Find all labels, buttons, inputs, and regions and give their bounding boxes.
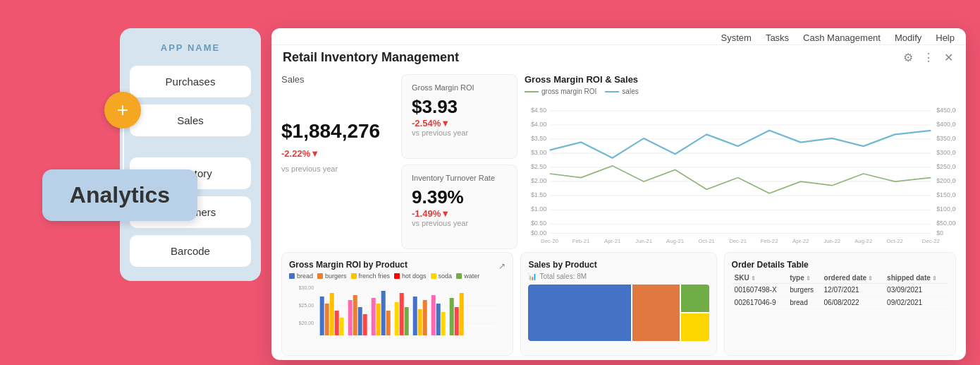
nav-tasks[interactable]: Tasks xyxy=(766,32,789,43)
svg-text:Dec-20: Dec-20 xyxy=(541,238,559,244)
svg-text:$0.50: $0.50 xyxy=(531,220,546,227)
nav-modify[interactable]: Modify xyxy=(895,32,921,43)
svg-rect-70 xyxy=(441,312,446,335)
table-row: 002617046-9 bread 06/08/2022 09/02/2021 xyxy=(732,297,948,309)
svg-text:$400,000: $400,000 xyxy=(936,121,956,128)
legend-sales: sales xyxy=(605,88,638,95)
app-name: APP NAME xyxy=(130,42,251,53)
svg-text:$250,000: $250,000 xyxy=(936,163,956,170)
svg-rect-52 xyxy=(335,311,339,335)
svg-text:$450,000: $450,000 xyxy=(936,107,956,114)
treemap-segment-blue xyxy=(528,285,631,341)
svg-rect-65 xyxy=(413,297,417,335)
col-type: type⇕ xyxy=(787,273,821,284)
chart-legend: gross margin ROI sales xyxy=(525,88,956,95)
sidebar: APP NAME Purchases Sales Inventory Custo… xyxy=(120,28,261,281)
gm-vs: vs previous year xyxy=(412,128,507,137)
gm-change: -2.54%▼ xyxy=(412,118,507,128)
analytics-badge[interactable]: Analytics xyxy=(42,169,197,221)
svg-rect-57 xyxy=(363,314,367,335)
bar-chart-svg: $30.00 $25.00 $20.00 xyxy=(289,282,506,339)
treemap-segment-green xyxy=(681,285,709,312)
expand-button[interactable]: ↗ xyxy=(498,261,506,271)
svg-text:$1.50: $1.50 xyxy=(531,191,546,198)
order-details-table: SKU⇕ type⇕ ordered date⇕ shipped date⇕ 0… xyxy=(732,273,948,309)
svg-rect-71 xyxy=(450,298,454,335)
svg-rect-50 xyxy=(325,304,329,335)
treemap-right-segments xyxy=(681,285,709,341)
window-title: Retail Inventory Management xyxy=(283,50,459,65)
main-window: System Tasks Cash Management Modify Help… xyxy=(271,28,966,360)
bar-chart-title: Gross Margin ROI by Product xyxy=(289,260,408,270)
svg-text:Feb-22: Feb-22 xyxy=(761,238,778,244)
treemap-segment-orange xyxy=(632,285,679,341)
line-chart-area: $4.50 $4.00 $3.50 $3.00 $2.50 $2.00 $1.5… xyxy=(525,98,956,249)
legend-sales-dot xyxy=(605,91,619,92)
line-chart-svg: $4.50 $4.00 $3.50 $3.00 $2.50 $2.00 $1.5… xyxy=(525,98,956,249)
svg-rect-72 xyxy=(455,307,459,335)
svg-text:$3.00: $3.00 xyxy=(531,149,546,156)
svg-rect-49 xyxy=(320,297,324,335)
nav-help[interactable]: Help xyxy=(936,32,955,43)
svg-text:$20.00: $20.00 xyxy=(299,321,314,325)
svg-text:Apr-21: Apr-21 xyxy=(604,238,620,244)
svg-text:$4.50: $4.50 xyxy=(531,107,546,114)
svg-rect-62 xyxy=(395,302,399,335)
svg-text:Aug-22: Aug-22 xyxy=(855,238,872,244)
svg-text:$3.50: $3.50 xyxy=(531,135,546,142)
add-button[interactable]: + xyxy=(104,92,141,128)
svg-text:$30.00: $30.00 xyxy=(299,285,314,290)
svg-text:$0.00: $0.00 xyxy=(531,229,546,237)
svg-text:Feb-21: Feb-21 xyxy=(572,238,590,244)
svg-text:$2.50: $2.50 xyxy=(531,163,546,170)
svg-rect-64 xyxy=(405,307,409,335)
svg-text:$300,000: $300,000 xyxy=(936,149,956,156)
svg-text:$150,000: $150,000 xyxy=(936,191,956,198)
inventory-turnover-card: Inventory Turnover Rate 9.39% -1.49%▼ vs… xyxy=(401,164,517,249)
sales-label: Sales xyxy=(281,74,394,85)
svg-rect-59 xyxy=(376,304,381,335)
settings-icon[interactable]: ⚙ xyxy=(902,49,914,66)
col-ordered: ordered date⇕ xyxy=(821,273,885,284)
svg-rect-66 xyxy=(418,309,422,335)
close-icon[interactable]: ✕ xyxy=(943,49,955,66)
gm-value: $3.93 xyxy=(412,96,507,118)
sales-icon: 📊 xyxy=(528,273,537,280)
sales-change: -2.22%▼ xyxy=(281,148,394,159)
svg-text:Oct-22: Oct-22 xyxy=(887,238,903,244)
bar-legend: bread burgers french fries hot dogs soda… xyxy=(289,273,506,280)
it-value: 9.39% xyxy=(412,186,507,208)
sidebar-item-sales[interactable]: Sales xyxy=(130,104,251,136)
svg-text:Dec-22: Dec-22 xyxy=(922,238,940,244)
nav-system[interactable]: System xyxy=(721,32,752,43)
sales-value: $1,884,276 xyxy=(281,120,394,143)
svg-rect-63 xyxy=(400,293,404,335)
svg-text:$0: $0 xyxy=(936,229,943,237)
col-sku: SKU⇕ xyxy=(732,273,788,284)
treemap-segment-yellow xyxy=(681,313,709,341)
svg-text:Jun-21: Jun-21 xyxy=(635,238,652,244)
treemap xyxy=(528,285,709,341)
table-row: 001607498-X burgers 12/07/2021 03/09/202… xyxy=(732,284,948,297)
sidebar-item-purchases[interactable]: Purchases xyxy=(130,66,251,97)
svg-rect-61 xyxy=(386,311,391,335)
more-icon[interactable]: ⋮ xyxy=(921,49,936,66)
chart-title: Gross Margin ROI & Sales xyxy=(525,74,956,85)
svg-text:$25.00: $25.00 xyxy=(299,303,314,308)
svg-rect-73 xyxy=(460,293,464,335)
svg-text:Apr-22: Apr-22 xyxy=(792,238,809,244)
sidebar-item-barcode[interactable]: Barcode xyxy=(130,235,251,267)
line-chart-panel: Gross Margin ROI & Sales gross margin RO… xyxy=(525,74,956,249)
sales-vs: vs previous year xyxy=(281,164,394,173)
svg-rect-60 xyxy=(381,291,386,335)
svg-text:$1.00: $1.00 xyxy=(531,205,546,213)
svg-text:Aug-21: Aug-21 xyxy=(666,238,684,244)
it-change: -1.49%▼ xyxy=(412,208,507,219)
nav-cash-management[interactable]: Cash Management xyxy=(803,32,881,43)
svg-text:$200,000: $200,000 xyxy=(936,177,956,184)
it-label: Inventory Turnover Rate xyxy=(412,174,507,182)
it-vs: vs previous year xyxy=(412,219,507,227)
svg-rect-68 xyxy=(431,295,436,335)
svg-rect-53 xyxy=(340,318,344,335)
svg-text:Oct-21: Oct-21 xyxy=(698,238,714,244)
